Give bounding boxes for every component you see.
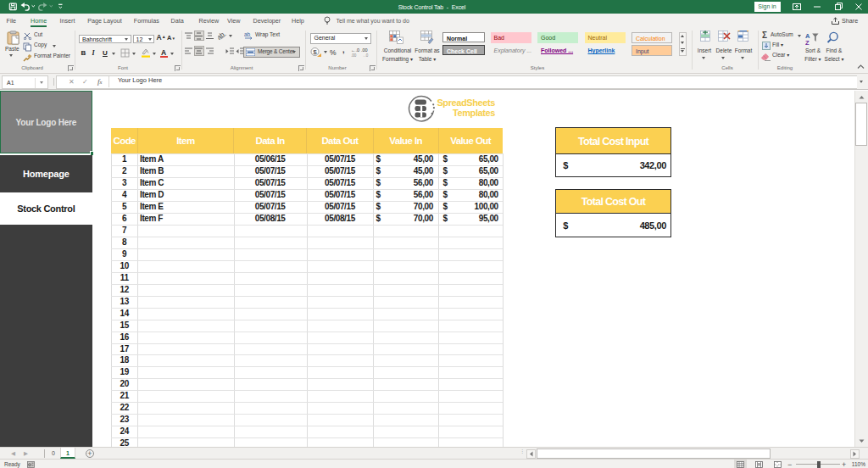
svg-text:Z: Z <box>805 39 810 45</box>
svg-text:$: $ <box>313 48 317 56</box>
svg-text:.00: .00 <box>351 53 357 57</box>
svg-text:←.0: ←.0 <box>351 47 359 53</box>
svg-text:.00: .00 <box>361 47 368 53</box>
svg-text:→.0: →.0 <box>361 53 369 57</box>
svg-text:ab: ab <box>244 31 251 37</box>
